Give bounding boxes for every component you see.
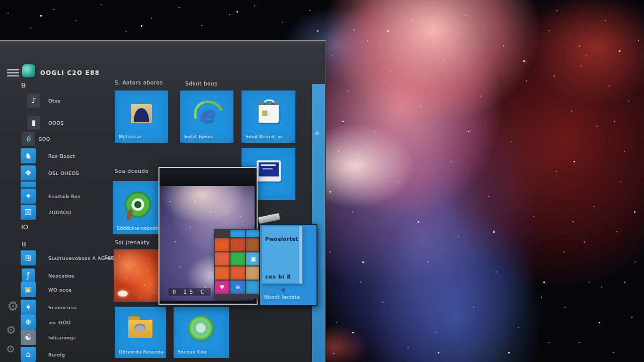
mini-tile-grid: ▣♥⊕ xyxy=(215,230,261,294)
sync-icon: ⟳ xyxy=(315,130,319,137)
mini-tile[interactable] xyxy=(230,252,245,265)
tile-label: Metadcar xyxy=(119,134,141,139)
group-letter[interactable]: B xyxy=(21,81,26,89)
app-list-item[interactable]: ♪ Otos xyxy=(21,93,60,109)
group-letter[interactable]: B xyxy=(22,240,26,248)
app-list-item[interactable]: ❉ >o 3IOO xyxy=(21,314,71,330)
tile-section-header: S. Aotors aboros xyxy=(115,79,163,85)
app-label: 2OOAOO xyxy=(48,210,71,215)
tile-store[interactable]: ▦ Sdod Kencd..m xyxy=(242,90,295,143)
hamburger-icon[interactable] xyxy=(7,69,19,76)
gear-icon[interactable]: ⚙ xyxy=(6,324,16,336)
tile-label: Sdod Kencd..m xyxy=(246,134,282,139)
app-icon: ☒ xyxy=(21,205,36,220)
app-list-item[interactable]: 6 SOO xyxy=(21,131,50,147)
tile-scroll-strip[interactable]: ⟳ xyxy=(312,84,325,362)
app-label: OOOS xyxy=(48,120,64,126)
app-label: OSL OHEOS xyxy=(48,170,79,176)
gear-icon[interactable]: ⚙ xyxy=(7,299,19,314)
mini-tile[interactable] xyxy=(246,230,261,237)
bright-spot xyxy=(118,291,128,297)
tile-label: Gbtevrdu Resucoa xyxy=(119,349,164,354)
tile-green-ring[interactable]: Soceux Goe xyxy=(174,307,229,358)
app-icon: ✦ xyxy=(21,189,36,204)
app-list-item[interactable]: ⊞ Suulruvevoboss A AGr&S xyxy=(21,250,115,266)
group-letter[interactable]: IO xyxy=(21,223,28,231)
tile-shield[interactable]: Sdddcine nocxotes xyxy=(113,181,163,234)
app-icon-partial[interactable]: ‥ xyxy=(21,182,36,188)
app-icon: ▮ xyxy=(27,116,40,130)
app-label: Scooocuso xyxy=(48,305,76,310)
tile-label: Sotat Roous xyxy=(184,134,213,139)
tile-label: Soceux Goe xyxy=(178,349,207,354)
app-icon: ▣ xyxy=(21,282,36,297)
app-list-item[interactable]: ☯ Iolearoogs xyxy=(21,329,76,345)
tile-section-header: Sol jrenaxty xyxy=(115,239,150,245)
anchor-glyph-icon: ψ xyxy=(281,286,285,293)
power-icon[interactable]: ⚙ xyxy=(6,343,15,355)
user-name[interactable]: OOGLI C2O E88 xyxy=(40,69,100,76)
mini-tile[interactable] xyxy=(246,238,261,251)
popup-title: Pwoalortet xyxy=(265,236,298,242)
app-icon: ⊞ xyxy=(21,250,36,265)
mini-tile[interactable] xyxy=(230,238,245,251)
app-label: >o 3IOO xyxy=(48,320,71,325)
mini-tile[interactable] xyxy=(246,266,261,280)
folder-icon xyxy=(128,320,152,339)
mini-tile[interactable] xyxy=(215,252,229,265)
mini-tile[interactable] xyxy=(215,266,229,280)
app-list-item[interactable]: ▮ OOOS xyxy=(21,115,64,131)
app-icon: 6 xyxy=(22,132,35,146)
red-stars-layer xyxy=(0,0,2,2)
app-list-item[interactable]: ⌂ Buiolg xyxy=(21,346,65,362)
app-list-item[interactable]: ✦ Esudaib Ros xyxy=(21,188,80,204)
tile-section-header: Sdkut bous xyxy=(185,80,217,86)
start-menu-panel: OOGLI C2O E88 B IO B ♪ Otos ▮ OOOS 6 SOO… xyxy=(0,40,326,362)
photo-speckles xyxy=(159,186,160,187)
app-label: WO occe xyxy=(48,287,71,293)
tile-metadcar[interactable]: Metadcar xyxy=(115,90,168,143)
preview-window-titlebar[interactable] xyxy=(159,168,257,186)
app-icon: ƒ xyxy=(22,268,35,283)
mini-tile[interactable]: ▣ xyxy=(246,252,261,265)
mini-tile[interactable] xyxy=(230,266,245,280)
app-label: SOO xyxy=(39,136,50,142)
flyout-popup[interactable]: Pwoalortet cos bi 8 ψ Nbodt lactete xyxy=(259,224,317,306)
preview-window[interactable]: 0 15 C ▣♥⊕ xyxy=(158,167,258,305)
monitor-icon xyxy=(257,160,281,182)
app-list-item[interactable]: ♞ Ros Dooct xyxy=(21,148,75,164)
mini-tile[interactable] xyxy=(215,238,229,251)
nebula-speckles xyxy=(114,249,115,250)
app-list-item[interactable]: ❖ OSL OHEOS xyxy=(21,165,79,181)
tile-folder[interactable]: Gbtevrdu Resucoa xyxy=(115,307,166,358)
tile-browser[interactable]: e Sotat Roous xyxy=(180,90,233,143)
app-label: Iolearoogs xyxy=(48,335,76,340)
mini-tile[interactable] xyxy=(230,230,245,237)
mini-start-backdrop: ▣♥⊕ xyxy=(214,229,264,299)
gray-wedge xyxy=(258,213,280,224)
app-icon: ❉ xyxy=(21,315,36,330)
mini-tile[interactable]: ⊕ xyxy=(230,281,245,294)
app-list-item[interactable]: ☒ 2OOAOO xyxy=(21,204,71,220)
app-label: Neocadoe xyxy=(48,273,74,279)
popup-caption: Nbodt lactete xyxy=(264,294,300,300)
app-list-item[interactable]: ✶ Scooocuso xyxy=(21,299,76,315)
preview-taskbar: 0 15 C xyxy=(169,288,211,296)
tile-red-nebula[interactable] xyxy=(114,249,163,302)
app-icon: ♪ xyxy=(27,94,40,108)
app-list-item[interactable]: ▣ WO occe xyxy=(21,282,71,298)
mini-tile[interactable] xyxy=(246,281,261,294)
user-avatar[interactable] xyxy=(22,64,35,77)
app-label: Otos xyxy=(48,98,60,104)
tile-section-header: Soa dceudo xyxy=(115,168,149,174)
green-ring-icon xyxy=(188,316,215,343)
arch-icon xyxy=(131,104,152,123)
popup-value: cos bi 8 xyxy=(265,274,291,280)
app-icon: ⌂ xyxy=(21,347,36,362)
app-label: Ros Dooct xyxy=(48,153,75,159)
app-label: Esudaib Ros xyxy=(48,194,80,199)
popup-tile-preview[interactable]: Pwoalortet cos bi 8 xyxy=(262,226,302,284)
app-icon: ✶ xyxy=(21,300,36,315)
mini-tile[interactable]: ♥ xyxy=(215,281,229,294)
shield-icon xyxy=(124,191,151,218)
